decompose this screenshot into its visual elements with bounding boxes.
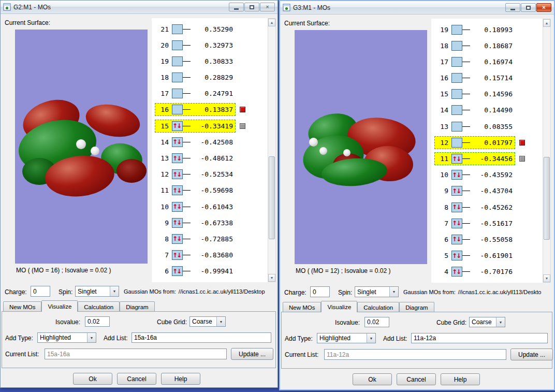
mo-level[interactable]: 180.18687 [434,39,515,52]
mo-row[interactable]: 180.18687 [434,38,547,53]
tab-diagram[interactable]: Diagram [399,302,434,312]
mo-level[interactable]: 170.16974 [434,55,515,68]
mo-level-highlighted[interactable]: 15↑↓-0.33419 [155,120,236,133]
mo-row[interactable]: 6↑↓-0.55058 [434,231,547,247]
charge-input[interactable] [31,286,50,297]
mo-level[interactable]: 7↑↓-0.51617 [434,217,515,230]
mo-row[interactable]: 170.16974 [434,54,547,69]
occupied-orbital-icon[interactable]: ↑↓ [451,154,462,164]
occupied-orbital-icon[interactable]: ↑↓ [172,153,183,163]
mo-row[interactable]: 7↑↓-0.83680 [155,248,268,263]
mo-row[interactable]: 140.14490 [434,103,547,118]
close-button[interactable]: × [260,3,275,11]
mo-level[interactable]: 6↑↓-0.55058 [434,233,515,246]
scroll-thumb[interactable] [269,156,275,239]
mo-level[interactable]: 190.30833 [155,55,236,68]
mo-row[interactable]: 12↑↓-0.52534 [155,167,268,182]
virtual-orbital-icon[interactable] [451,138,462,148]
scroll-down-button[interactable]: ▼ [268,274,275,282]
virtual-orbital-icon[interactable] [451,25,462,35]
mo-level-highlighted[interactable]: 11↑↓-0.34456 [434,152,515,165]
isovalue-input[interactable] [364,317,389,327]
molecule-viewport[interactable] [295,30,427,264]
mo-level[interactable]: 180.28829 [155,71,236,84]
scroll-up-button[interactable]: ▲ [543,19,550,27]
mo-level[interactable]: 9↑↓-0.43704 [434,184,515,197]
occupied-orbital-icon[interactable]: ↑↓ [172,250,183,260]
occupied-orbital-icon[interactable]: ↑↓ [451,202,462,212]
mo-row[interactable]: 5↑↓-0.61901 [434,248,547,264]
tab-visualize[interactable]: Visualize [41,300,78,312]
dropdown-arrow-icon[interactable]: ▼ [367,333,375,343]
mo-level[interactable]: 10↑↓-0.43592 [434,168,515,181]
scroll-up-button[interactable]: ▲ [268,19,275,26]
mo-row[interactable]: 180.28829 [155,70,268,85]
virtual-orbital-icon[interactable] [172,24,183,34]
mo-level[interactable]: 5↑↓-0.61901 [434,249,515,262]
mo-level[interactable]: 4↑↓-0.70176 [434,265,515,278]
mo-row[interactable]: 14↑↓-0.42508 [155,134,268,150]
dropdown-arrow-icon[interactable]: ▼ [496,317,505,327]
mo-row[interactable]: 11↑↓-0.34456 [434,151,547,167]
virtual-orbital-icon[interactable] [451,105,462,115]
mo-row[interactable]: 11↑↓-0.59698 [155,183,268,198]
mo-level[interactable]: 210.35290 [155,23,236,36]
isovalue-input[interactable] [85,316,110,327]
mo-level[interactable]: 10↑↓-0.61043 [155,200,236,213]
mo-level[interactable]: 140.14490 [434,104,515,117]
virtual-orbital-icon[interactable] [451,122,462,132]
spin-select[interactable]: Singlet ▼ [355,286,399,297]
mo-level[interactable]: 6↑↓-0.99941 [155,265,236,278]
mo-scrollbar[interactable]: ▲ ▼ [268,18,276,282]
virtual-orbital-icon[interactable] [172,72,183,82]
mo-row[interactable]: 120.01797 [434,135,547,150]
mo-row[interactable]: 9↑↓-0.67338 [155,215,268,230]
dropdown-arrow-icon[interactable]: ▼ [87,333,96,342]
mo-level[interactable]: 14↑↓-0.42508 [155,136,236,149]
dropdown-arrow-icon[interactable]: ▼ [216,317,225,326]
help-button[interactable]: Help [161,373,200,385]
tab-new-mos[interactable]: New MOs [3,301,41,312]
scroll-down-button[interactable]: ▼ [543,274,550,282]
mo-row[interactable]: 8↑↓-0.45262 [434,199,547,215]
mo-level[interactable]: 130.08355 [434,120,515,133]
dropdown-arrow-icon[interactable]: ▼ [110,286,119,296]
mo-level[interactable]: 160.15714 [434,71,515,84]
occupied-orbital-icon[interactable]: ↑↓ [172,202,183,212]
tab-new-mos[interactable]: New MOs [283,302,321,312]
virtual-orbital-icon[interactable] [451,89,462,99]
mo-level[interactable]: 12↑↓-0.52534 [155,168,236,181]
mo-level[interactable]: 13↑↓-0.48612 [155,152,236,165]
minimize-button[interactable] [229,3,244,11]
update-button[interactable]: Update ... [510,349,553,360]
mo-row[interactable]: 6↑↓-0.99941 [155,264,268,279]
virtual-orbital-icon[interactable] [172,56,183,66]
ok-button[interactable]: Ok [353,373,392,385]
occupied-orbital-icon[interactable]: ↑↓ [451,219,462,228]
titlebar[interactable]: G2:M1 - MOs × [1,1,278,14]
tab-calculation[interactable]: Calculation [357,302,399,312]
charge-input[interactable] [310,286,330,297]
mo-row[interactable]: 10↑↓-0.61043 [155,199,268,214]
occupied-orbital-icon[interactable]: ↑↓ [172,169,183,179]
add-type-select[interactable]: Highlighted ▼ [317,333,376,343]
virtual-orbital-icon[interactable] [172,89,183,98]
mo-row[interactable]: 13↑↓-0.48612 [155,151,268,166]
occupied-orbital-icon[interactable]: ↑↓ [451,186,462,196]
dropdown-arrow-icon[interactable]: ▼ [389,287,398,297]
help-button[interactable]: Help [441,373,480,385]
virtual-orbital-icon[interactable] [451,73,462,83]
occupied-orbital-icon[interactable]: ↑↓ [172,266,183,276]
mo-row[interactable]: 160.13837 [155,102,268,118]
mo-level[interactable]: 8↑↓-0.45262 [434,201,515,214]
occupied-orbital-icon[interactable]: ↑↓ [451,235,462,244]
maximize-button[interactable] [244,3,259,11]
mo-row[interactable]: 150.14596 [434,86,547,102]
mo-row[interactable]: 200.32973 [155,37,268,53]
mo-row[interactable]: 7↑↓-0.51617 [434,215,547,231]
mo-level-highlighted[interactable]: 160.13837 [155,103,236,116]
tab-calculation[interactable]: Calculation [78,301,120,312]
mo-level[interactable]: 150.14596 [434,88,515,100]
spin-select[interactable]: Singlet ▼ [75,286,119,297]
occupied-orbital-icon[interactable]: ↑↓ [451,267,462,277]
